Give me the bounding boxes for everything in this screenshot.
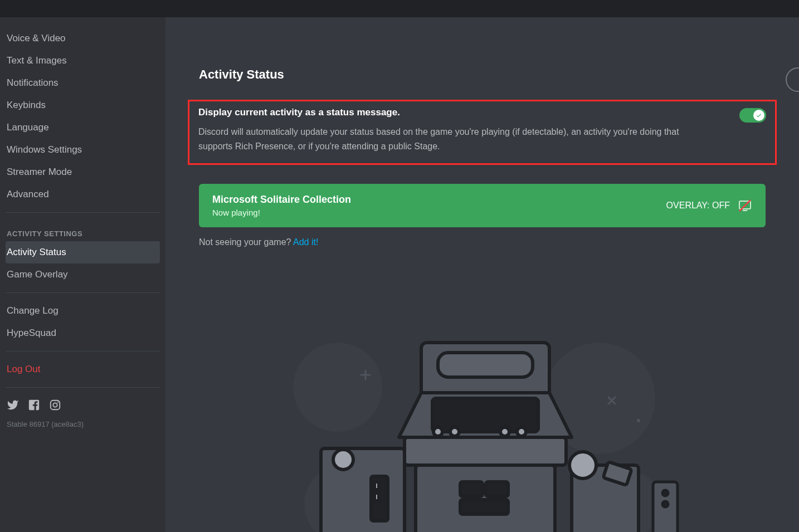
svg-rect-17 [432,398,538,432]
svg-rect-25 [486,482,508,496]
svg-point-22 [517,427,526,436]
svg-rect-4 [743,210,747,211]
toggle-description: Discord will automatically update your s… [198,125,711,153]
svg-rect-26 [460,500,508,514]
sidebar-item-language[interactable]: Language [6,116,160,139]
twitter-icon[interactable] [7,399,19,413]
game-name[interactable]: Microsoft Solitaire Collection [212,194,351,206]
svg-point-37 [662,501,668,507]
toggle-knob [753,110,764,121]
svg-rect-23 [416,465,555,532]
divider [6,212,160,213]
divider [6,292,160,293]
sidebar-item-voice-video[interactable]: Voice & Video [6,27,160,50]
sidebar-item-text-images[interactable]: Text & Images [6,50,160,72]
toggle-label: Display current activity as a status mes… [198,107,711,118]
game-status: Now playing! [212,208,351,217]
sidebar-header-activity: ACTIVITY SETTINGS [6,219,160,241]
instagram-icon[interactable] [49,399,61,413]
svg-rect-30 [374,482,379,490]
sidebar-item-game-overlay[interactable]: Game Overlay [6,263,160,286]
svg-line-14 [608,397,615,404]
add-game-link[interactable]: Add it! [293,237,318,247]
svg-rect-34 [603,462,631,485]
sidebar-item-change-log[interactable]: Change Log [6,300,160,322]
version-text: Stable 86917 (ace8ac3) [6,420,160,428]
sidebar-item-log-out[interactable]: Log Out [6,358,160,380]
svg-point-8 [304,465,382,532]
svg-rect-24 [460,482,483,496]
close-button[interactable] [786,67,799,92]
svg-point-21 [500,427,509,436]
svg-point-2 [57,402,59,403]
svg-rect-35 [653,482,678,532]
svg-point-9 [594,471,661,532]
svg-point-1 [53,403,57,407]
svg-point-7 [544,343,655,454]
svg-point-36 [662,490,668,496]
svg-point-33 [569,452,596,479]
svg-point-12 [637,419,640,422]
facebook-icon[interactable] [28,399,40,413]
activity-status-toggle[interactable] [739,108,766,123]
svg-rect-18 [405,437,566,465]
svg-point-20 [450,427,459,436]
window-titlebar [0,0,799,17]
svg-rect-16 [438,353,533,377]
page-title: Activity Status [199,67,766,82]
divider [6,351,160,352]
svg-point-6 [293,343,382,432]
svg-point-19 [433,427,442,436]
arcade-illustration [271,320,694,532]
sidebar-item-streamer-mode[interactable]: Streamer Mode [6,161,160,183]
svg-line-13 [608,397,615,404]
svg-rect-29 [371,476,388,521]
svg-rect-15 [421,343,549,532]
now-playing-card: Microsoft Solitaire Collection Now playi… [199,184,766,227]
svg-rect-32 [572,465,639,532]
sidebar-item-windows-settings[interactable]: Windows Settings [6,139,160,161]
sidebar-item-keybinds[interactable]: Keybinds [6,94,160,116]
sidebar-item-notifications[interactable]: Notifications [6,72,160,94]
svg-rect-31 [374,493,379,501]
divider [6,387,160,388]
settings-sidebar: Voice & Video Text & Images Notification… [0,17,165,532]
sidebar-item-advanced[interactable]: Advanced [6,183,160,206]
highlight-annotation: Display current activity as a status mes… [188,100,777,165]
svg-rect-27 [321,448,405,532]
settings-content: Activity Status Display current activity… [165,17,799,532]
overlay-toggle-icon[interactable] [738,198,752,213]
overlay-status-label: OVERLAY: OFF [666,201,730,211]
sidebar-item-activity-status[interactable]: Activity Status [6,241,160,263]
sidebar-item-hypesquad[interactable]: HypeSquad [6,322,160,344]
svg-point-28 [333,450,353,470]
add-game-prompt: Not seeing your game? Add it! [199,237,766,247]
